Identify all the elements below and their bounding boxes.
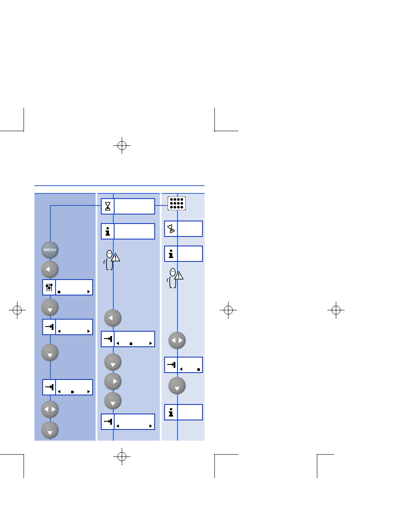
svg-point-59 <box>177 202 180 205</box>
display-goto-1 <box>42 319 93 335</box>
display-goto-4 <box>101 414 155 430</box>
display-info-3 <box>164 404 203 420</box>
display-info-1 <box>101 223 155 240</box>
svg-rect-76 <box>174 362 175 368</box>
svg-rect-33 <box>52 324 53 330</box>
person-warning-icon <box>103 250 122 274</box>
menu-button-label: MENU <box>44 248 56 252</box>
svg-point-62 <box>174 206 176 208</box>
svg-rect-67 <box>169 253 171 254</box>
svg-point-71 <box>173 271 174 272</box>
nav-down-button[interactable] <box>168 377 186 394</box>
keypad-icon <box>168 196 186 210</box>
nav-down-button[interactable] <box>104 392 121 409</box>
flow-column-1: MENU <box>34 193 96 441</box>
svg-point-45 <box>115 259 116 260</box>
nav-down-button[interactable] <box>41 344 59 361</box>
menu-button[interactable]: MENU <box>41 241 59 258</box>
svg-rect-28 <box>46 285 48 286</box>
svg-rect-29 <box>48 287 50 289</box>
svg-point-55 <box>177 198 180 201</box>
display-hourglass <box>101 198 155 215</box>
hourglass-icon <box>102 199 115 214</box>
svg-point-54 <box>174 198 176 201</box>
goto-icon <box>165 358 178 372</box>
svg-point-37 <box>106 227 109 230</box>
display-settings <box>42 279 93 296</box>
svg-rect-36 <box>52 384 53 390</box>
svg-point-57 <box>170 202 173 205</box>
goto-icon <box>43 380 56 395</box>
svg-rect-48 <box>110 336 112 342</box>
svg-rect-51 <box>110 419 112 425</box>
registration-mark-icon <box>9 302 26 319</box>
nav-left-button[interactable] <box>41 261 59 278</box>
section-divider <box>34 185 205 186</box>
display-hourglass-diag <box>164 221 203 237</box>
display-goto-2 <box>42 379 93 395</box>
info-icon <box>165 246 178 261</box>
svg-rect-40 <box>106 234 110 236</box>
nav-right-button[interactable] <box>104 373 121 390</box>
svg-rect-79 <box>169 411 171 413</box>
nav-down-button[interactable] <box>104 353 121 370</box>
info-icon <box>165 405 178 420</box>
nav-down-button[interactable] <box>41 421 59 439</box>
flow-column-2 <box>97 193 160 441</box>
goto-icon <box>102 332 115 346</box>
nav-leftright-button[interactable] <box>168 332 186 349</box>
svg-point-69 <box>170 268 175 276</box>
registration-mark-icon <box>113 448 131 465</box>
goto-icon <box>102 414 115 429</box>
nav-down-button[interactable] <box>41 299 59 316</box>
svg-point-58 <box>174 202 176 205</box>
registration-mark-icon <box>327 302 345 319</box>
svg-point-41 <box>107 250 112 258</box>
nav-leftright-button[interactable] <box>41 401 59 418</box>
svg-point-42 <box>108 253 109 254</box>
svg-point-61 <box>170 206 173 208</box>
svg-point-70 <box>171 271 172 272</box>
svg-rect-68 <box>169 257 173 258</box>
info-icon <box>102 224 115 239</box>
svg-point-43 <box>110 253 111 254</box>
goto-icon <box>43 320 56 334</box>
svg-point-65 <box>170 249 172 252</box>
flow-columns: MENU <box>34 193 205 441</box>
svg-point-63 <box>177 206 180 208</box>
display-goto-5 <box>164 357 203 373</box>
settings-icon <box>43 280 56 295</box>
hourglass-diagonal-icon <box>165 221 178 236</box>
svg-point-56 <box>181 198 183 201</box>
person-warning-icon <box>166 268 186 292</box>
registration-mark-icon <box>220 302 237 319</box>
svg-point-77 <box>170 408 172 411</box>
svg-point-53 <box>170 198 173 201</box>
nav-left-button[interactable] <box>104 309 121 327</box>
svg-rect-30 <box>50 284 52 286</box>
svg-point-73 <box>178 277 179 278</box>
svg-point-60 <box>181 202 183 205</box>
svg-rect-39 <box>106 230 108 232</box>
svg-point-64 <box>181 206 183 208</box>
flow-column-3 <box>162 193 205 441</box>
display-goto-3 <box>101 331 155 347</box>
svg-rect-80 <box>169 415 173 417</box>
registration-mark-icon <box>113 137 131 154</box>
display-info-2 <box>164 246 203 262</box>
